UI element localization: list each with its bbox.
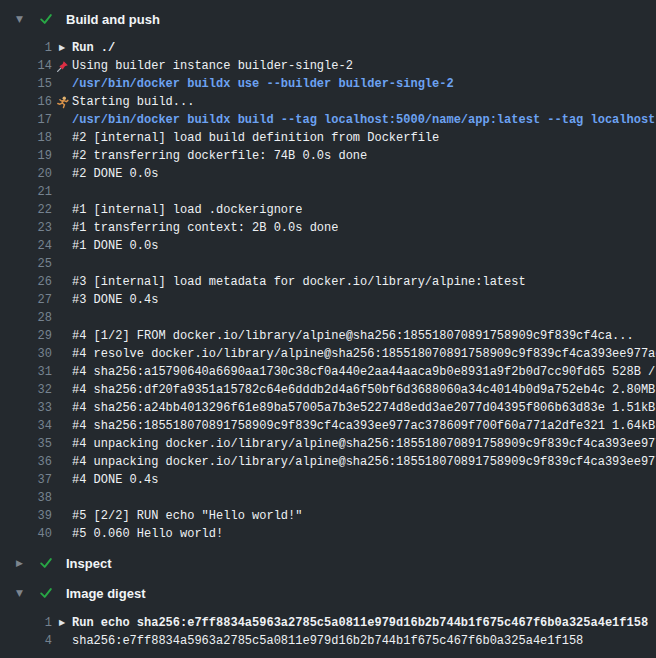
line-gutter [52,291,72,309]
log-line: 30#4 resolve docker.io/library/alpine@sh… [0,345,656,363]
line-gutter [52,435,72,453]
log-line: 17/usr/bin/docker buildx build --tag loc… [0,111,656,129]
section-title: Build and push [66,12,160,27]
log-line: 34#4 sha256:185518070891758909c9f839cf4c… [0,417,656,435]
log-text: #4 sha256:a24bb4013296f61e89ba57005a7b3e… [72,399,656,417]
line-gutter [52,381,72,399]
log-line: 25 [0,255,656,273]
section-image-digest: ▼Image digest1▶Run echo sha256:e7ff8834a… [0,578,656,655]
log-text: /usr/bin/docker buildx use --builder bui… [72,75,454,93]
check-icon [39,586,53,600]
line-number[interactable]: 34 [0,417,52,435]
line-number[interactable]: 23 [0,219,52,237]
line-number[interactable]: 32 [0,381,52,399]
line-number[interactable]: 31 [0,363,52,381]
line-gutter [52,237,72,255]
line-number[interactable]: 4 [0,632,52,650]
line-number[interactable]: 38 [0,489,52,507]
log-line: 19#2 transferring dockerfile: 74B 0.0s d… [0,147,656,165]
log-line: 31#4 sha256:a15790640a6690aa1730c38cf0a4… [0,363,656,381]
log-text: Using builder instance builder-single-2 [72,57,353,75]
log-line: 1▶Run echo sha256:e7ff8834a5963a2785c5a0… [0,614,656,632]
line-number[interactable]: 25 [0,255,52,273]
job-log-viewer: ▼Build and push1▶Run ./14Using builder i… [0,0,656,655]
log-line: 23#1 transferring context: 2B 0.0s done [0,219,656,237]
section-title: Inspect [66,556,112,571]
line-number[interactable]: 30 [0,345,52,363]
line-gutter [52,201,72,219]
section-log-body: 1▶Run ./14Using builder instance builder… [0,38,656,548]
log-line: 40#5 0.060 Hello world! [0,525,656,543]
line-number[interactable]: 27 [0,291,52,309]
line-number[interactable]: 39 [0,507,52,525]
log-text: #4 unpacking docker.io/library/alpine@sh… [72,453,656,471]
log-text: #5 0.060 Hello world! [72,525,223,543]
log-text: #2 DONE 0.0s [72,165,158,183]
line-number[interactable]: 37 [0,471,52,489]
line-number[interactable]: 28 [0,309,52,327]
line-gutter [52,111,72,129]
line-number[interactable]: 16 [0,93,52,111]
pushpin-icon [56,60,69,73]
log-line: 33#4 sha256:a24bb4013296f61e89ba57005a7b… [0,399,656,417]
line-number[interactable]: 18 [0,129,52,147]
log-line: 22#1 [internal] load .dockerignore [0,201,656,219]
section-header-build-and-push[interactable]: ▼Build and push [0,0,656,38]
log-line: 16Starting build... [0,93,656,111]
line-gutter [52,219,72,237]
chevron-down-icon: ▼ [16,15,26,24]
log-text: /usr/bin/docker buildx build --tag local… [72,111,656,129]
log-line: 14Using builder instance builder-single-… [0,57,656,75]
line-number[interactable]: 36 [0,453,52,471]
line-number[interactable]: 1 [0,39,52,57]
log-text: Run echo sha256:e7ff8834a5963a2785c5a081… [72,614,648,632]
line-number[interactable]: 26 [0,273,52,291]
line-number[interactable]: 14 [0,57,52,75]
line-number[interactable]: 29 [0,327,52,345]
line-number[interactable]: 22 [0,201,52,219]
line-number[interactable]: 24 [0,237,52,255]
line-gutter [52,273,72,291]
expand-toggle-icon[interactable]: ▶ [59,619,65,627]
log-text: #3 DONE 0.4s [72,291,158,309]
log-text: Starting build... [72,93,194,111]
log-line: 37#4 DONE 0.4s [0,471,656,489]
section-header-image-digest[interactable]: ▼Image digest [0,578,656,608]
line-number[interactable]: 17 [0,111,52,129]
line-number[interactable]: 15 [0,75,52,93]
line-number[interactable]: 20 [0,165,52,183]
log-line: 29#4 [1/2] FROM docker.io/library/alpine… [0,327,656,345]
line-number[interactable]: 19 [0,147,52,165]
log-text: #4 sha256:a15790640a6690aa1730c38cf0a440… [72,363,656,381]
log-text: #4 DONE 0.4s [72,471,158,489]
line-gutter [52,471,72,489]
line-number[interactable]: 1 [0,614,52,632]
line-gutter [52,75,72,93]
log-text: #4 [1/2] FROM docker.io/library/alpine@s… [72,327,634,345]
section-header-inspect[interactable]: ▶Inspect [0,548,656,578]
log-text: sha256:e7ff8834a5963a2785c5a0811e979d16b… [72,632,583,650]
line-gutter [52,255,72,273]
line-gutter [52,525,72,543]
expand-toggle-icon[interactable]: ▶ [59,44,65,52]
line-gutter [52,399,72,417]
chevron-down-icon: ▼ [16,589,26,598]
log-line: 39#5 [2/2] RUN echo "Hello world!" [0,507,656,525]
line-gutter [52,417,72,435]
line-number[interactable]: 21 [0,183,52,201]
section-title: Image digest [66,586,145,601]
log-text: #4 unpacking docker.io/library/alpine@sh… [72,435,656,453]
line-number[interactable]: 35 [0,435,52,453]
line-gutter [52,489,72,507]
line-number[interactable]: 40 [0,525,52,543]
line-gutter [52,147,72,165]
log-line: 26#3 [internal] load metadata for docker… [0,273,656,291]
line-number[interactable]: 33 [0,399,52,417]
log-text: #5 [2/2] RUN echo "Hello world!" [72,507,302,525]
line-gutter: ▶ [52,614,72,632]
log-text: #4 sha256:185518070891758909c9f839cf4ca3… [72,417,656,435]
line-gutter [52,507,72,525]
log-line: 21 [0,183,656,201]
log-line: 20#2 DONE 0.0s [0,165,656,183]
line-gutter: ▶ [52,39,72,57]
